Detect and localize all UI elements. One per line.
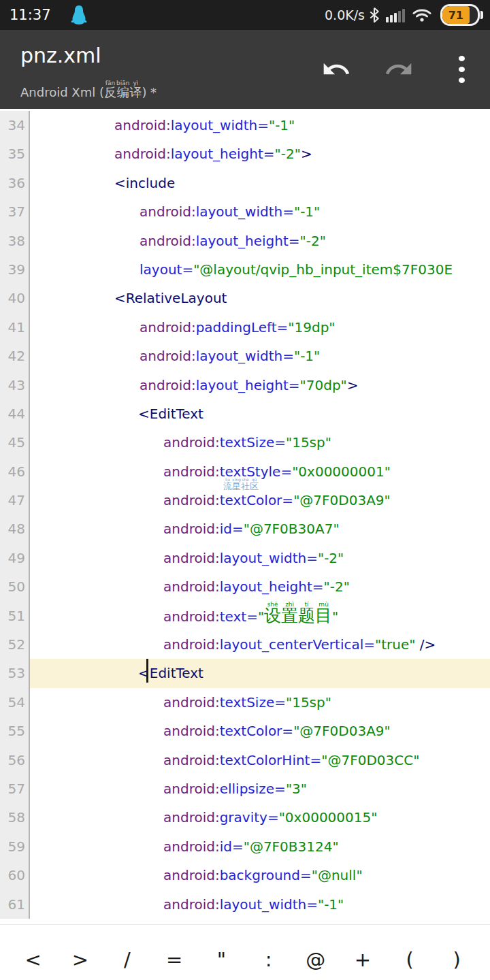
symbol-key[interactable]: >	[70, 950, 91, 970]
code-line-content[interactable]: <EditText	[30, 659, 490, 687]
symbol-key[interactable]: (	[399, 950, 420, 970]
token-at: layout_height	[196, 377, 289, 393]
code-line-content[interactable]: android:layout_width="-1"	[30, 890, 490, 919]
code-line[interactable]: 39layout="@layout/qvip_hb_input_item$7F0…	[0, 255, 490, 284]
token-st: "-2"	[318, 550, 344, 566]
code-line[interactable]: 45android:textSize="15sp"	[0, 428, 490, 457]
token-ns: android	[163, 608, 215, 625]
code-line-content[interactable]: android:layout_width="-1"	[30, 342, 490, 370]
code-line[interactable]: 43android:layout_height="70dp">	[0, 371, 490, 399]
code-line[interactable]: 37android:layout_width="-1"	[0, 197, 490, 226]
token-tg: >	[347, 377, 359, 393]
code-line-content[interactable]: android:layout_width="-1"	[30, 197, 490, 226]
code-line-content[interactable]: android:textColor="@7F0D03A9"	[30, 717, 490, 745]
token-at: layout_height	[171, 146, 263, 162]
code-line[interactable]: 61android:layout_width="-1"	[0, 890, 490, 919]
token-pc: :	[215, 578, 220, 595]
code-line-content[interactable]: android:background="@null"	[30, 861, 490, 889]
code-line-content[interactable]: <EditText	[30, 399, 490, 428]
code-line[interactable]: 57android:ellipsize="3"	[0, 774, 490, 803]
code-line-content[interactable]: android:id="@7F0B3124"	[30, 832, 490, 861]
token-ns: android	[163, 550, 215, 566]
line-number: 50	[0, 572, 30, 601]
redo-button[interactable]	[382, 53, 415, 86]
code-line-content[interactable]: android:text="设shè置zhì题tí目mù"	[30, 602, 490, 630]
code-rows: 34android:layout_width="-1"35android:lay…	[0, 109, 490, 919]
line-number: 41	[0, 313, 30, 342]
code-line[interactable]: 58android:gravity="0x00000015"	[0, 803, 490, 832]
code-line-content[interactable]: <RelativeLayout	[30, 284, 490, 312]
code-line-content[interactable]: android:layout_height="-2">	[30, 140, 490, 168]
code-line[interactable]: 44<EditText	[0, 399, 490, 428]
code-line-content[interactable]: android:layout_height="-2"	[30, 572, 490, 601]
token-ns: android	[163, 521, 215, 537]
symbol-key[interactable]: )	[446, 950, 467, 970]
code-line-content[interactable]: layout="@layout/qvip_hb_input_item$7F030…	[30, 255, 490, 284]
symbol-key[interactable]: :	[259, 950, 279, 970]
code-line[interactable]: 48android:id="@7F0B30A7"	[0, 514, 490, 543]
code-line[interactable]: 53<EditText	[0, 659, 490, 687]
symbol-key[interactable]: =	[164, 950, 184, 970]
code-line[interactable]: 54android:textSize="15sp"	[0, 688, 490, 717]
code-line[interactable]: 42android:layout_width="-1"	[0, 342, 490, 370]
code-line[interactable]: 52android:layout_centerVertical="true" /…	[0, 630, 490, 659]
code-line[interactable]: 50android:layout_height="-2"	[0, 572, 490, 601]
token-at: textColor	[220, 492, 282, 508]
line-number: 48	[0, 514, 30, 543]
token-pc: :	[215, 896, 220, 913]
code-line-content[interactable]: android:ellipsize="3"	[30, 774, 490, 803]
token-ns: android	[163, 463, 215, 480]
token-st: "-1"	[294, 203, 320, 220]
code-line[interactable]: 40<RelativeLayout	[0, 284, 490, 312]
code-line-content[interactable]: <include	[30, 169, 490, 197]
subtitle-prefix: Android Xml (	[20, 85, 104, 99]
code-line[interactable]: 56android:textColorHint="@7F0D03CC"	[0, 746, 490, 774]
undo-button[interactable]	[320, 53, 353, 86]
token-eq: =	[363, 636, 375, 653]
token-ns: android	[163, 896, 215, 913]
code-line-content[interactable]: android:layout_height="70dp">	[30, 371, 490, 399]
code-line[interactable]: 36<include	[0, 169, 490, 197]
line-number: 47	[0, 486, 30, 514]
line-number: 42	[0, 342, 30, 370]
code-line-content[interactable]: android:textSize="15sp"	[30, 688, 490, 717]
symbol-key[interactable]: <	[23, 950, 44, 970]
overflow-menu-button[interactable]	[445, 53, 478, 86]
token-st: "@7F0B30A7"	[244, 521, 340, 537]
line-number: 45	[0, 428, 30, 457]
code-line-content[interactable]: android:id="@7F0B30A7"	[30, 514, 490, 543]
code-line-content[interactable]: android:layout_width="-2"	[30, 544, 490, 572]
code-line-content[interactable]: android:textColorHint="@7F0D03CC"	[30, 746, 490, 774]
token-tg: />	[420, 636, 436, 653]
bluetooth-icon	[369, 7, 380, 23]
code-line[interactable]: 49android:layout_width="-2"	[0, 544, 490, 572]
symbol-key[interactable]: @	[306, 950, 326, 970]
code-line[interactable]: 59android:id="@7F0B3124"	[0, 832, 490, 861]
token-at: layout	[140, 261, 182, 278]
code-line[interactable]: 60android:background="@null"	[0, 861, 490, 889]
code-line-content[interactable]: android:gravity="0x00000015"	[30, 803, 490, 832]
code-editor[interactable]: 34android:layout_width="-1"35android:lay…	[0, 109, 490, 924]
symbol-key[interactable]: "	[211, 950, 231, 970]
token-eq: =	[306, 896, 318, 913]
token-st: "-1"	[294, 348, 320, 364]
code-line[interactable]: 51android:text="设shè置zhì题tí目mù"	[0, 602, 490, 630]
code-line[interactable]: 38android:layout_height="-2"	[0, 227, 490, 255]
token-at: layout_width	[220, 896, 307, 913]
code-line-content[interactable]: android:textStyle="0x00000001"	[30, 457, 490, 486]
symbol-key[interactable]: +	[353, 950, 373, 970]
code-line[interactable]: 55android:textColor="@7F0D03A9"	[0, 717, 490, 745]
code-line-content[interactable]: android:paddingLeft="19dp"	[30, 313, 490, 342]
code-line[interactable]: 35android:layout_height="-2">	[0, 140, 490, 168]
code-line[interactable]: 34android:layout_width="-1"	[0, 111, 490, 140]
code-line-content[interactable]: android:layout_width="-1"	[30, 111, 490, 140]
code-line-content[interactable]: android:textSize="15sp"	[30, 428, 490, 457]
code-line-content[interactable]: android:textColor="@7F0D03A9"	[30, 486, 490, 514]
token-at: layout_width	[171, 117, 258, 133]
token-at: ellipsize	[220, 781, 274, 797]
code-line-content[interactable]: android:layout_height="-2"	[30, 227, 490, 255]
code-line[interactable]: 41android:paddingLeft="19dp"	[0, 313, 490, 342]
symbol-key[interactable]: /	[117, 950, 137, 970]
watermark-hanzi: 星xīng	[232, 481, 241, 491]
code-line-content[interactable]: android:layout_centerVertical="true" />	[30, 630, 490, 659]
